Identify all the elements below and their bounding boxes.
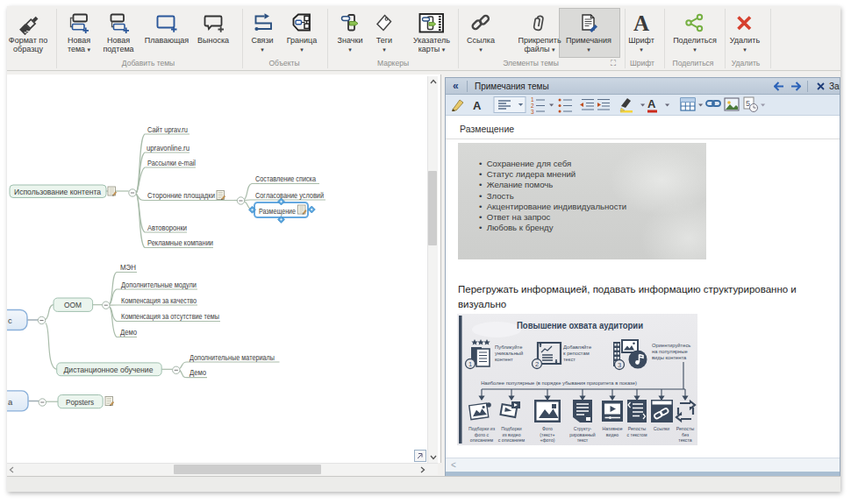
svg-text:Структу-: Структу- (574, 426, 592, 431)
svg-text:Добавляйте: Добавляйте (563, 344, 591, 350)
svg-text:Составление списка: Составление списка (255, 174, 316, 183)
svg-text:Демо: Демо (120, 328, 137, 337)
svg-text:с текстом: с текстом (627, 432, 647, 437)
svg-text:A: A (647, 97, 656, 110)
svg-text:Фото: Фото (542, 426, 553, 431)
svg-text:Согласование условий: Согласование условий (255, 190, 324, 200)
svg-text:уникальный: уникальный (495, 351, 523, 356)
svg-text:Ориентируйтесь: Ориентируйтесь (652, 343, 690, 348)
svg-text:фото с: фото с (475, 432, 490, 437)
svg-text:+фото): +фото) (540, 437, 555, 443)
svg-text:описанием: описанием (470, 437, 494, 443)
svg-text:Дополнительные модули: Дополнительные модули (121, 280, 197, 289)
svg-text:Публикуйте: Публикуйте (495, 344, 522, 350)
svg-text:из видео: из видео (502, 432, 520, 437)
svg-text:Рекламные компании: Рекламные компании (147, 238, 213, 247)
svg-text:а: а (8, 397, 13, 407)
svg-text:Сторонние площадки: Сторонние площадки (147, 190, 215, 200)
svg-text:1: 1 (531, 96, 534, 103)
svg-text:3: 3 (618, 361, 621, 369)
svg-text:с описанием: с описанием (498, 437, 526, 443)
svg-text:Подборки из: Подборки из (468, 426, 496, 431)
svg-text:5: 5 (746, 99, 750, 108)
svg-text:текста: текста (678, 437, 691, 443)
svg-text:Наиболее популярные (в порядке: Наиболее популярные (в порядке убывания … (481, 380, 637, 386)
svg-text:контент: контент (495, 357, 513, 362)
svg-text:Повышение охвата аудитории: Повышение охвата аудитории (517, 320, 643, 330)
svg-text:текст: текст (563, 357, 576, 362)
svg-text:на популярные: на популярные (652, 349, 688, 354)
svg-text:Дополнительные материалы: Дополнительные материалы (190, 353, 275, 362)
svg-text:текст: текст (577, 437, 589, 443)
svg-text:2: 2 (535, 360, 539, 368)
svg-text:к репостам: к репостам (563, 351, 590, 356)
svg-text:Компенсация за качество: Компенсация за качество (121, 296, 197, 305)
svg-text:Дистанционное обучение: Дистанционное обучение (64, 365, 154, 374)
svg-text:МЭН: МЭН (120, 263, 136, 272)
svg-text:Компенсация за отсутствие темы: Компенсация за отсутствие темы (121, 312, 219, 321)
svg-text:без: без (682, 432, 690, 437)
svg-text:Размещение: Размещение (259, 206, 296, 216)
svg-text:3: 3 (531, 109, 534, 115)
svg-text:Автоворонки: Автоворонки (147, 223, 187, 232)
svg-text:Нативное: Нативное (602, 426, 622, 431)
svg-text:Репосты: Репосты (676, 426, 695, 431)
svg-text:Popsters: Popsters (66, 397, 94, 407)
svg-text:Рассылки e-mail: Рассылки e-mail (147, 158, 196, 167)
svg-text:1: 1 (468, 360, 472, 368)
svg-text:рированный: рированный (569, 432, 596, 437)
svg-text:видео: видео (606, 432, 619, 437)
svg-text:Демо: Демо (190, 368, 206, 377)
svg-text:(текст+: (текст+ (540, 432, 554, 437)
svg-text:Подборки: Подборки (501, 426, 522, 431)
svg-text:Репосты: Репосты (628, 426, 647, 431)
svg-text:Использование контента: Использование контента (14, 187, 102, 196)
svg-text:виды контента: виды контента (652, 355, 687, 360)
svg-text:Ссылки: Ссылки (654, 426, 669, 431)
svg-text:A: A (473, 99, 482, 112)
svg-text:upravonline.ru: upravonline.ru (147, 143, 190, 153)
svg-text:Сайт uprav.ru: Сайт uprav.ru (147, 124, 188, 134)
svg-text:с: с (8, 316, 12, 325)
svg-text:ООМ: ООМ (64, 300, 82, 309)
